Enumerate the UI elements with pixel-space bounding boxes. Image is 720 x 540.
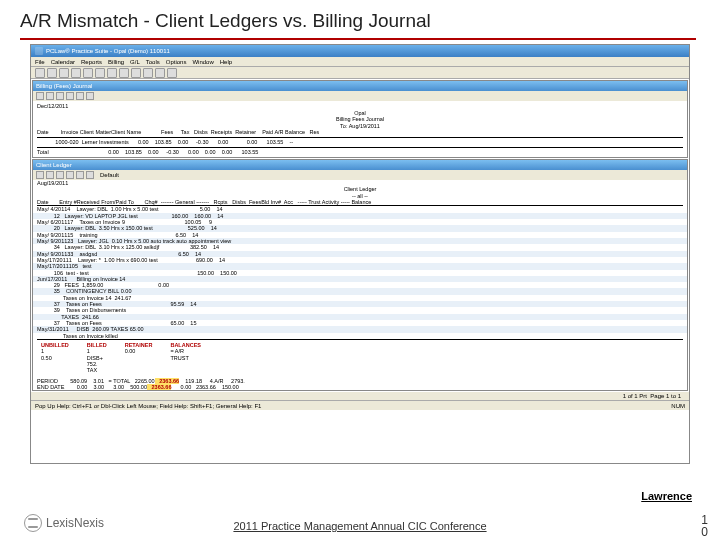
toolbar-button[interactable] xyxy=(59,68,69,78)
billing-journal-window: Billing (Fees) Journal Dec/12/2011 Opal … xyxy=(32,80,688,158)
page-number: 1 0 xyxy=(701,514,708,538)
application-window: PCLaw® Practice Suite - Opal (Demo) 1100… xyxy=(30,44,690,464)
rule xyxy=(37,137,683,138)
journal-total: Total 0.00 103.85 0.00 -0.30 0.00 0.00 0… xyxy=(37,149,683,156)
menu-reports[interactable]: Reports xyxy=(81,59,102,65)
menu-billing[interactable]: Billing xyxy=(108,59,124,65)
status-help: Pop Up Help: Ctrl+F1 or Dbl-Click Left M… xyxy=(35,403,261,409)
toolbar-button[interactable] xyxy=(155,68,165,78)
ledger-totals: UNBILLED10.50BILLED1DISB+752.TAXRETAINER… xyxy=(33,340,687,378)
toolbar-button[interactable] xyxy=(36,92,44,100)
report-date: Dec/12/2011 xyxy=(37,103,683,110)
total-block: RETAINER0.00 xyxy=(125,342,153,374)
toolbar-button[interactable] xyxy=(56,92,64,100)
toolbar-button[interactable] xyxy=(167,68,177,78)
main-toolbar xyxy=(31,67,689,79)
billing-journal-report: Dec/12/2011 Opal Billing Fees Journal To… xyxy=(33,101,687,157)
page-indicator: 1 of 1 Prt Page 1 to 1 xyxy=(31,392,689,400)
window-titlebar[interactable]: PCLaw® Practice Suite - Opal (Demo) 1100… xyxy=(31,45,689,57)
toolbar-button[interactable] xyxy=(35,68,45,78)
toolbar-button[interactable] xyxy=(95,68,105,78)
total-block: UNBILLED10.50 xyxy=(41,342,69,374)
column-headers: Date Invoice Client MatterClient Name Fe… xyxy=(37,129,683,136)
client-ledger-report: Aug/19/2011 Client Ledger -- all -- Date… xyxy=(33,180,687,390)
author-name: Lawrence xyxy=(641,490,692,502)
menu-file[interactable]: File xyxy=(35,59,45,65)
conference-text: 2011 Practice Management Annual CIC Conf… xyxy=(233,520,486,532)
total-block: BALANCES= A/RTRUST xyxy=(170,342,201,374)
layout-label: Default xyxy=(100,172,119,178)
toolbar-button[interactable] xyxy=(83,68,93,78)
report-title2: Billing Fees Journal xyxy=(37,116,683,123)
menu-help[interactable]: Help xyxy=(220,59,232,65)
rule xyxy=(37,147,683,148)
status-num: NUM xyxy=(671,403,685,409)
toolbar-button[interactable] xyxy=(66,92,74,100)
slide-footer: Lawrence LexisNexis 2011 Practice Manage… xyxy=(0,490,720,540)
toolbar-button[interactable] xyxy=(86,171,94,179)
billing-journal-titlebar[interactable]: Billing (Fees) Journal xyxy=(33,81,687,91)
menu-window[interactable]: Window xyxy=(192,59,213,65)
status-bar: Pop Up Help: Ctrl+F1 or Dbl-Click Left M… xyxy=(31,400,689,410)
toolbar-button[interactable] xyxy=(36,171,44,179)
report-title3: To: Aug/19/2011 xyxy=(37,123,683,130)
brand-text: LexisNexis xyxy=(46,516,104,530)
client-ledger-window: Client Ledger Default Aug/19/2011 Client… xyxy=(32,159,688,391)
toolbar-button[interactable] xyxy=(76,171,84,179)
toolbar-button[interactable] xyxy=(143,68,153,78)
report-title1: Opal xyxy=(37,110,683,117)
menu-gl[interactable]: G/L xyxy=(130,59,140,65)
toolbar-button[interactable] xyxy=(47,68,57,78)
toolbar-button[interactable] xyxy=(71,68,81,78)
menu-options[interactable]: Options xyxy=(166,59,187,65)
toolbar-button[interactable] xyxy=(131,68,141,78)
billing-journal-toolbar xyxy=(33,91,687,101)
billing-journal-title: Billing (Fees) Journal xyxy=(36,83,92,89)
title-underline xyxy=(20,38,696,40)
app-icon xyxy=(35,47,43,55)
total-block: BILLED1DISB+752.TAX xyxy=(87,342,107,374)
ledger-end-row: END DATE 0.00 3.00 3.00 500.00 2363.66 0… xyxy=(33,384,687,390)
journal-row: 1000-020 Lerner Investments 0.00 103.85 … xyxy=(37,139,683,146)
toolbar-button[interactable] xyxy=(76,92,84,100)
menu-calendar[interactable]: Calendar xyxy=(51,59,75,65)
brand-logo: LexisNexis xyxy=(24,514,104,532)
slide-title: A/R Mismatch - Client Ledgers vs. Billin… xyxy=(0,0,720,38)
toolbar-button[interactable] xyxy=(119,68,129,78)
lexisnexis-icon xyxy=(24,514,42,532)
toolbar-button[interactable] xyxy=(86,92,94,100)
client-ledger-titlebar[interactable]: Client Ledger xyxy=(33,160,687,170)
toolbar-button[interactable] xyxy=(46,92,54,100)
client-ledger-title: Client Ledger xyxy=(36,162,72,168)
ledger-header-center: Client Ledger -- all -- xyxy=(33,186,687,199)
toolbar-button[interactable] xyxy=(46,171,54,179)
window-title: PCLaw® Practice Suite - Opal (Demo) 1100… xyxy=(46,48,170,54)
menu-bar: File Calendar Reports Billing G/L Tools … xyxy=(31,57,689,67)
menu-tools[interactable]: Tools xyxy=(146,59,160,65)
toolbar-button[interactable] xyxy=(107,68,117,78)
client-ledger-toolbar: Default xyxy=(33,170,687,180)
toolbar-button[interactable] xyxy=(56,171,64,179)
toolbar-button[interactable] xyxy=(66,171,74,179)
